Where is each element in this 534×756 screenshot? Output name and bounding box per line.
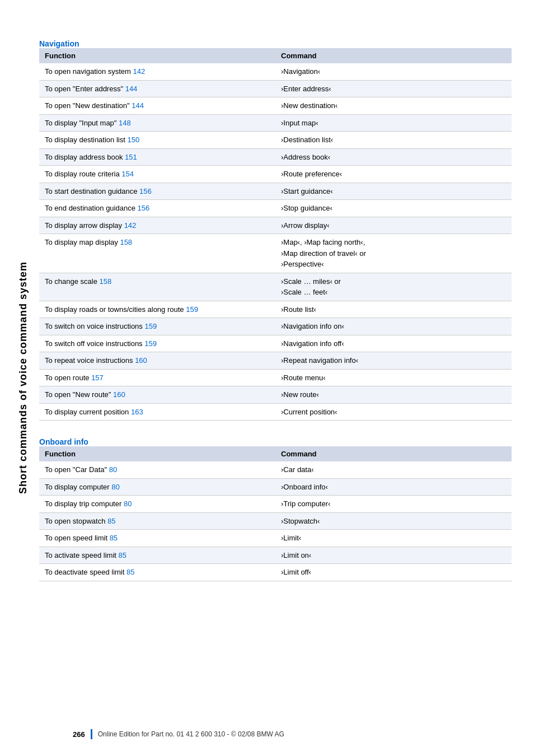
nav-page-num: 160 — [113, 390, 125, 399]
nav-command-cell: ›New destination‹ — [275, 97, 512, 115]
nav-page-num: 156 — [138, 204, 150, 212]
nav-table-row: To switch on voice instructions 159›Navi… — [39, 318, 512, 335]
ob-table-row: To activate speed limit 85›Limit on‹ — [39, 547, 512, 564]
nav-table-row: To display address book 151›Address book… — [39, 148, 512, 166]
nav-table-row: To switch off voice instructions 159›Nav… — [39, 335, 512, 352]
nav-table-row: To display destination list 150›Destinat… — [39, 132, 512, 149]
ob-col2-header: Command — [275, 446, 512, 461]
nav-page-num: 151 — [125, 153, 137, 161]
nav-table-row: To open "Enter address" 144›Enter addres… — [39, 80, 512, 97]
nav-table-row: To open "New route" 160›New route‹ — [39, 386, 512, 404]
ob-page-num: 80 — [111, 483, 119, 491]
sidebar-label: Short commands of voice command system — [17, 262, 29, 494]
ob-table-row: To deactivate speed limit 85›Limit off‹ — [39, 564, 512, 581]
ob-function-cell: To open speed limit 85 — [39, 530, 275, 547]
nav-command-cell: ›New route‹ — [275, 386, 512, 404]
ob-page-num: 80 — [124, 500, 132, 508]
page-container: Short commands of voice command system N… — [0, 0, 534, 756]
nav-page-num: 154 — [121, 170, 134, 178]
nav-table-row: To display current position 163›Current … — [39, 403, 512, 421]
nav-command-cell: ›Destination list‹ — [275, 132, 512, 149]
nav-command-cell: ›Input map‹ — [275, 114, 512, 132]
onboard-heading: Onboard info — [39, 437, 512, 446]
nav-command-cell: ›Map‹, ›Map facing north‹,›Map direction… — [275, 234, 512, 273]
nav-command-cell: ›Navigation‹ — [275, 63, 512, 80]
nav-page-num: 158 — [100, 277, 112, 286]
nav-command-cell: ›Scale … miles‹ or›Scale … feet‹ — [275, 273, 512, 301]
nav-table-row: To start destination guidance 156›Start … — [39, 183, 512, 200]
nav-page-num: 159 — [144, 339, 157, 348]
nav-page-num: 159 — [186, 305, 198, 314]
ob-command-cell: ›Stopwatch‹ — [275, 512, 512, 530]
nav-function-cell: To open "Enter address" 144 — [39, 80, 275, 97]
sidebar: Short commands of voice command system — [0, 0, 34, 756]
nav-command-cell: ›Repeat navigation info‹ — [275, 352, 512, 370]
nav-function-cell: To display route criteria 154 — [39, 166, 275, 183]
nav-function-cell: To open "New route" 160 — [39, 386, 275, 404]
ob-command-cell: ›Limit‹ — [275, 530, 512, 547]
nav-col1-header: Function — [39, 48, 275, 63]
nav-command-cell: ›Start guidance‹ — [275, 183, 512, 200]
navigation-section: Navigation Function Command To open navi… — [39, 39, 512, 421]
ob-function-cell: To deactivate speed limit 85 — [39, 564, 275, 581]
nav-table-row: To open "New destination" 144›New destin… — [39, 97, 512, 115]
onboard-section: Onboard info Function Command To open "C… — [39, 437, 512, 581]
nav-table-row: To open navigation system 142›Navigation… — [39, 63, 512, 80]
nav-command-cell: ›Route preference‹ — [275, 166, 512, 183]
ob-command-cell: ›Limit off‹ — [275, 564, 512, 581]
navigation-heading: Navigation — [39, 39, 512, 48]
nav-page-num: 144 — [125, 85, 138, 93]
nav-function-cell: To open route 157 — [39, 369, 275, 386]
nav-table-row: To change scale 158›Scale … miles‹ or›Sc… — [39, 273, 512, 301]
nav-table-row: To open route 157›Route menu‹ — [39, 369, 512, 386]
ob-table-row: To open speed limit 85›Limit‹ — [39, 530, 512, 547]
nav-command-cell: ›Route menu‹ — [275, 369, 512, 386]
nav-page-num: 150 — [127, 136, 139, 144]
ob-function-cell: To open stopwatch 85 — [39, 512, 275, 530]
ob-command-cell: ›Onboard info‹ — [275, 478, 512, 496]
nav-function-cell: To display "Input map" 148 — [39, 114, 275, 132]
footer-divider — [91, 729, 92, 739]
nav-function-cell: To display map display 158 — [39, 234, 275, 273]
nav-function-cell: To change scale 158 — [39, 273, 275, 301]
nav-col2-header: Command — [275, 48, 512, 63]
nav-command-cell: ›Navigation info on‹ — [275, 318, 512, 335]
ob-page-num: 85 — [127, 568, 134, 576]
nav-command-cell: ›Address book‹ — [275, 148, 512, 166]
ob-command-cell: ›Car data‹ — [275, 461, 512, 478]
navigation-table: Function Command To open navigation syst… — [39, 48, 512, 421]
nav-function-cell: To open "New destination" 144 — [39, 97, 275, 115]
ob-function-cell: To display trip computer 80 — [39, 496, 275, 513]
nav-table-row: To display roads or towns/cities along r… — [39, 301, 512, 318]
ob-page-num: 80 — [109, 465, 117, 474]
nav-function-cell: To display address book 151 — [39, 148, 275, 166]
nav-function-cell: To switch off voice instructions 159 — [39, 335, 275, 352]
nav-function-cell: To display destination list 150 — [39, 132, 275, 149]
nav-function-cell: To repeat voice instructions 160 — [39, 352, 275, 370]
nav-table-row: To display map display 158›Map‹, ›Map fa… — [39, 234, 512, 273]
nav-page-num: 142 — [124, 221, 137, 230]
nav-function-cell: To end destination guidance 156 — [39, 200, 275, 217]
nav-page-num: 142 — [133, 67, 146, 76]
nav-table-row: To display route criteria 154›Route pref… — [39, 166, 512, 183]
ob-col1-header: Function — [39, 446, 275, 461]
nav-command-cell: ›Current position‹ — [275, 403, 512, 421]
ob-command-cell: ›Limit on‹ — [275, 547, 512, 564]
onboard-table: Function Command To open "Car Data" 80›C… — [39, 446, 512, 581]
ob-function-cell: To display computer 80 — [39, 478, 275, 496]
nav-page-num: 158 — [120, 238, 132, 246]
nav-table-row: To display arrow display 142›Arrow displ… — [39, 217, 512, 234]
nav-command-cell: ›Route list‹ — [275, 301, 512, 318]
ob-table-row: To open "Car Data" 80›Car data‹ — [39, 461, 512, 478]
nav-function-cell: To switch on voice instructions 159 — [39, 318, 275, 335]
nav-function-cell: To open navigation system 142 — [39, 63, 275, 80]
nav-function-cell: To display current position 163 — [39, 403, 275, 421]
ob-table-row: To display trip computer 80›Trip compute… — [39, 496, 512, 513]
nav-function-cell: To display arrow display 142 — [39, 217, 275, 234]
nav-table-row: To repeat voice instructions 160›Repeat … — [39, 352, 512, 370]
ob-page-num: 85 — [119, 551, 127, 559]
nav-command-cell: ›Navigation info off‹ — [275, 335, 512, 352]
nav-table-row: To end destination guidance 156›Stop gui… — [39, 200, 512, 217]
nav-page-num: 159 — [144, 322, 157, 330]
nav-command-cell: ›Arrow display‹ — [275, 217, 512, 234]
